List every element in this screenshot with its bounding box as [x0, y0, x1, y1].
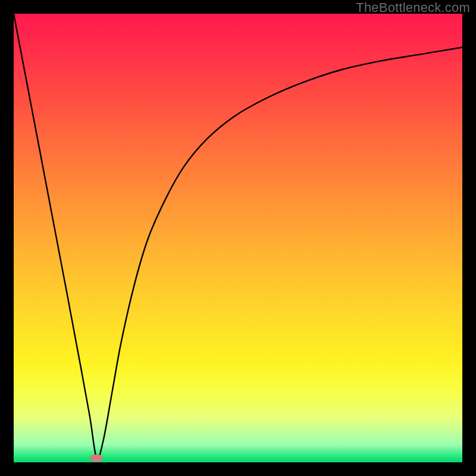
chart-frame: TheBottleneck.com: [0, 0, 476, 476]
plot-area: [14, 14, 462, 462]
minimum-marker: [90, 455, 102, 462]
bottleneck-curve: [14, 14, 462, 462]
